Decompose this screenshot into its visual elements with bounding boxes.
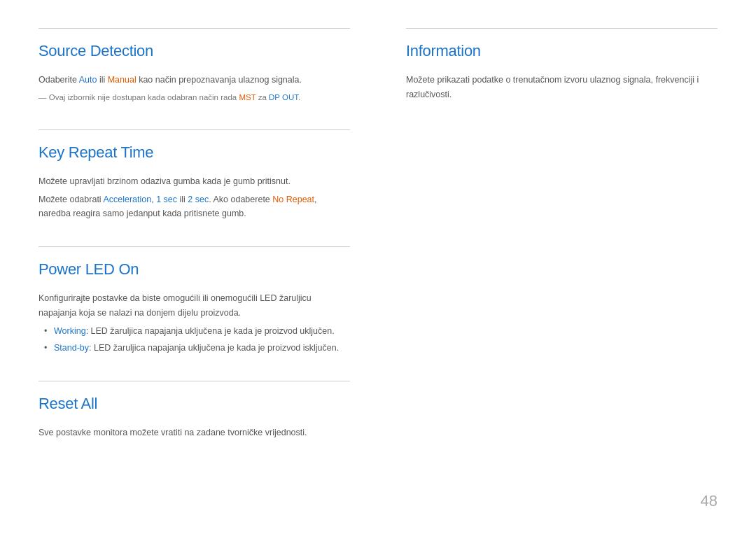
krt-m3: . Ako odaberete <box>209 195 272 204</box>
pled-standby-suffix: : LED žaruljica napajanja uključena je k… <box>89 343 339 353</box>
krt-p2: Možete odabrati Acceleration, 1 sec ili … <box>38 192 350 221</box>
sd-prefix: Odaberite <box>38 75 79 85</box>
sd-suffix: kao način prepoznavanja ulaznog signala. <box>136 75 302 85</box>
sd-manual: Manual <box>108 75 136 85</box>
reset-all-title: Reset All <box>38 391 350 416</box>
pled-bullet1: Working: LED žaruljica napajanja uključe… <box>44 324 350 339</box>
pled-bullet2: Stand-by: LED žaruljica napajanja uključ… <box>44 341 350 356</box>
pled-working-suffix: : LED žaruljica napajanja uključena je k… <box>86 326 335 336</box>
info-p1: Možete prikazati podatke o trenutačnom i… <box>406 73 718 101</box>
information-title: Information <box>406 38 718 63</box>
power-led-divider <box>38 246 350 247</box>
key-repeat-time-body: Možete upravljati brzinom odaziva gumba … <box>38 174 350 221</box>
information-section: Information Možete prikazati podatke o t… <box>406 28 718 101</box>
sd-note-middle: za <box>255 93 269 101</box>
power-led-section: Power LED On Konfigurirajte postavke da … <box>38 246 350 356</box>
source-detection-body: Odaberite Auto ili Manual kao način prep… <box>38 73 350 104</box>
pled-p1: Konfigurirajte postavke da biste omogući… <box>38 291 350 320</box>
krt-prefix: Možete odabrati <box>38 195 103 204</box>
right-column: Information Možete prikazati podatke o t… <box>392 28 718 465</box>
page-container: Source Detection Odaberite Auto ili Manu… <box>0 0 756 534</box>
key-repeat-time-section: Key Repeat Time Možete upravljati brzino… <box>38 129 350 221</box>
krt-m2: ili <box>177 195 188 204</box>
sd-auto: Auto <box>79 75 97 85</box>
reset-all-section: Reset All Sve postavke monitora možete v… <box>38 381 350 440</box>
ra-p1: Sve postavke monitora možete vratiti na … <box>38 426 350 440</box>
krt-acceleration: Acceleration <box>103 195 151 204</box>
source-detection-p2: ― Ovaj izbornik nije dostupan kada odabr… <box>38 91 350 104</box>
power-led-title: Power LED On <box>38 257 350 281</box>
source-detection-divider <box>38 28 350 29</box>
power-led-bullets: Working: LED žaruljica napajanja uključe… <box>38 324 350 355</box>
information-divider <box>406 28 718 29</box>
sd-note-prefix: ― Ovaj izbornik nije dostupan kada odabr… <box>38 93 239 101</box>
information-body: Možete prikazati podatke o trenutačnom i… <box>406 73 718 101</box>
krt-2sec: 2 sec <box>188 195 209 204</box>
source-detection-section: Source Detection Odaberite Auto ili Manu… <box>38 28 350 104</box>
left-column: Source Detection Odaberite Auto ili Manu… <box>38 28 364 465</box>
sd-note-suffix: . <box>298 93 300 101</box>
krt-norepeat: No Repeat <box>272 195 314 204</box>
sd-middle: ili <box>97 75 107 85</box>
two-columns: Source Detection Odaberite Auto ili Manu… <box>38 28 718 465</box>
page-number: 48 <box>701 489 718 513</box>
pled-working: Working <box>54 326 86 336</box>
key-repeat-time-divider <box>38 129 350 130</box>
krt-1sec: 1 sec <box>156 195 177 204</box>
reset-all-body: Sve postavke monitora možete vratiti na … <box>38 426 350 440</box>
pled-standby: Stand-by <box>54 343 89 353</box>
krt-p1: Možete upravljati brzinom odaziva gumba … <box>38 174 350 189</box>
reset-all-divider <box>38 381 350 381</box>
key-repeat-time-title: Key Repeat Time <box>38 140 350 164</box>
source-detection-p1: Odaberite Auto ili Manual kao način prep… <box>38 73 350 87</box>
source-detection-title: Source Detection <box>38 38 350 63</box>
power-led-body: Konfigurirajte postavke da biste omogući… <box>38 291 350 356</box>
sd-dpout: DP OUT <box>269 93 298 101</box>
sd-mst: MST <box>239 93 255 101</box>
